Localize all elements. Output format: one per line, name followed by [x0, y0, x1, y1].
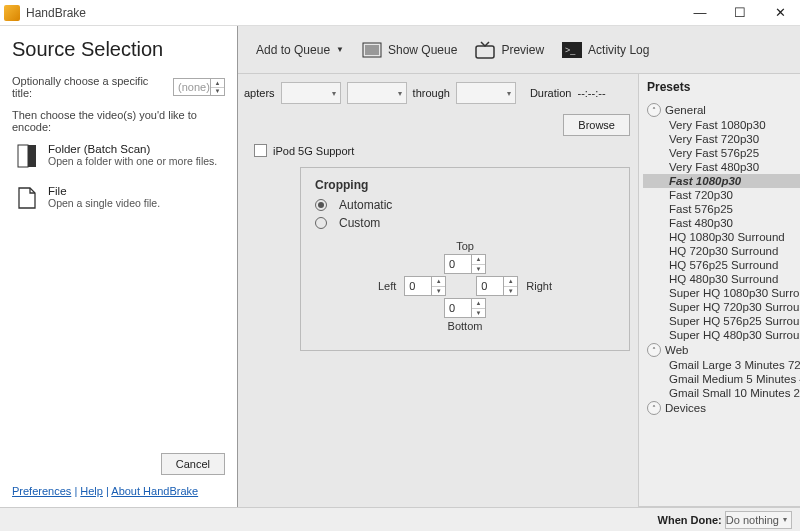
crop-bottom-value: 0: [445, 302, 471, 314]
preset-item[interactable]: HQ 720p30 Surround: [643, 244, 800, 258]
crop-left-spin[interactable]: 0▲▼: [404, 276, 446, 296]
crop-left-value: 0: [405, 280, 431, 292]
range-type-combo[interactable]: [281, 82, 341, 104]
svg-rect-1: [365, 45, 379, 55]
tv-icon: [475, 40, 495, 60]
browse-label: Browse: [578, 119, 615, 131]
preset-item[interactable]: HQ 1080p30 Surround: [643, 230, 800, 244]
crop-top-spin[interactable]: 0▲▼: [444, 254, 486, 274]
preset-item[interactable]: Fast 1080p30: [643, 174, 800, 188]
source-file-title: File: [48, 185, 160, 197]
window-title: HandBrake: [26, 6, 86, 20]
window-minimize-button[interactable]: —: [680, 0, 720, 26]
preset-item[interactable]: Super HQ 1080p30 Surround: [643, 286, 800, 300]
browse-button[interactable]: Browse: [563, 114, 630, 136]
source-folder-subtitle: Open a folder with one or more files.: [48, 155, 217, 167]
preview-label: Preview: [501, 43, 544, 57]
preset-item[interactable]: Very Fast 576p25: [643, 146, 800, 160]
overlay-links: Preferences | Help | About HandBrake: [12, 485, 225, 497]
crop-custom-label: Custom: [339, 216, 380, 230]
preset-item[interactable]: Super HQ 480p30 Surround: [643, 328, 800, 342]
ipod-label: iPod 5G Support: [273, 145, 354, 157]
source-file-subtitle: Open a single video file.: [48, 197, 160, 209]
preset-tree[interactable]: ˄GeneralVery Fast 1080p30Very Fast 720p3…: [639, 100, 800, 506]
chapter-end-combo[interactable]: [456, 82, 516, 104]
preset-item[interactable]: Gmail Medium 5 Minutes 480p30: [643, 372, 800, 386]
svg-text:>_: >_: [565, 45, 576, 55]
cropping-group: Cropping Automatic Custom Top 0▲: [300, 167, 630, 351]
svg-rect-2: [476, 46, 494, 58]
ipod-checkbox[interactable]: [254, 144, 267, 157]
optional-title-label: Optionally choose a specific title:: [12, 75, 167, 99]
crop-top-label: Top: [456, 240, 474, 252]
add-to-queue-button[interactable]: Add to Queue ▼: [256, 43, 344, 57]
crop-auto-label: Automatic: [339, 198, 392, 212]
preset-item[interactable]: HQ 576p25 Surround: [643, 258, 800, 272]
crop-auto-radio[interactable]: Automatic: [315, 198, 615, 212]
show-queue-label: Show Queue: [388, 43, 457, 57]
preset-item[interactable]: Super HQ 720p30 Surround: [643, 300, 800, 314]
title-value: (none): [174, 81, 210, 93]
status-bar: When Done: Do nothing: [0, 507, 800, 531]
preset-group[interactable]: ˄Web: [643, 342, 800, 358]
preset-item[interactable]: Fast 480p30: [643, 216, 800, 230]
presets-panel: Presets ˄GeneralVery Fast 1080p30Very Fa…: [638, 74, 800, 531]
crop-right-label: Right: [526, 280, 552, 292]
preset-group-label: Web: [665, 344, 688, 356]
activity-log-button[interactable]: >_ Activity Log: [562, 40, 649, 60]
svg-rect-14: [18, 145, 28, 167]
help-link[interactable]: Help: [80, 485, 103, 497]
through-label: through: [413, 87, 450, 99]
crop-left-label: Left: [378, 280, 396, 292]
preset-item[interactable]: Very Fast 480p30: [643, 160, 800, 174]
preset-item[interactable]: Fast 720p30: [643, 188, 800, 202]
chevron-up-icon: ˄: [647, 401, 661, 415]
preset-item[interactable]: Very Fast 720p30: [643, 132, 800, 146]
cancel-label: Cancel: [176, 458, 210, 470]
duration-value: --:--:--: [577, 87, 605, 99]
source-folder-option[interactable]: Folder (Batch Scan) Open a folder with o…: [12, 143, 225, 169]
source-selection-title: Source Selection: [12, 38, 225, 61]
preset-item[interactable]: Super HQ 576p25 Surround: [643, 314, 800, 328]
preset-item[interactable]: HQ 480p30 Surround: [643, 272, 800, 286]
crop-bottom-spin[interactable]: 0▲▼: [444, 298, 486, 318]
preferences-link[interactable]: Preferences: [12, 485, 71, 497]
svg-rect-15: [28, 145, 36, 167]
radio-dot-icon: [315, 199, 327, 211]
chapters-label: apters: [244, 87, 275, 99]
chapter-start-combo[interactable]: [347, 82, 407, 104]
about-link[interactable]: About HandBrake: [111, 485, 198, 497]
preset-item[interactable]: Very Fast 1080p30: [643, 118, 800, 132]
presets-heading: Presets: [639, 74, 800, 100]
when-done-value: Do nothing: [726, 514, 779, 526]
cropping-heading: Cropping: [315, 178, 615, 192]
duration-label: Duration: [530, 87, 572, 99]
title-spin[interactable]: (none) ▲▼: [173, 78, 225, 96]
preset-group-label: General: [665, 104, 706, 116]
window-maximize-button[interactable]: ☐: [720, 0, 760, 26]
preset-item[interactable]: Gmail Small 10 Minutes 288p30: [643, 386, 800, 400]
queue-icon: [362, 40, 382, 60]
window-close-button[interactable]: ✕: [760, 0, 800, 26]
show-queue-button[interactable]: Show Queue: [362, 40, 457, 60]
add-to-queue-label: Add to Queue: [256, 43, 330, 57]
crop-custom-radio[interactable]: Custom: [315, 216, 615, 230]
crop-top-value: 0: [445, 258, 471, 270]
source-folder-title: Folder (Batch Scan): [48, 143, 217, 155]
source-file-option[interactable]: File Open a single video file.: [12, 185, 225, 211]
when-done-combo[interactable]: Do nothing: [725, 511, 792, 529]
chevron-up-icon: ˄: [647, 343, 661, 357]
preview-button[interactable]: Preview: [475, 40, 544, 60]
activity-log-label: Activity Log: [588, 43, 649, 57]
crop-right-spin[interactable]: 0▲▼: [476, 276, 518, 296]
cancel-button[interactable]: Cancel: [161, 453, 225, 475]
preset-item[interactable]: Fast 576p25: [643, 202, 800, 216]
title-bar: HandBrake — ☐ ✕: [0, 0, 800, 26]
preset-group[interactable]: ˄Devices: [643, 400, 800, 416]
chevron-up-icon: ˄: [647, 103, 661, 117]
crop-right-value: 0: [477, 280, 503, 292]
preset-group[interactable]: ˄General: [643, 102, 800, 118]
preset-item[interactable]: Gmail Large 3 Minutes 720p30: [643, 358, 800, 372]
terminal-icon: >_: [562, 40, 582, 60]
preset-group-label: Devices: [665, 402, 706, 414]
